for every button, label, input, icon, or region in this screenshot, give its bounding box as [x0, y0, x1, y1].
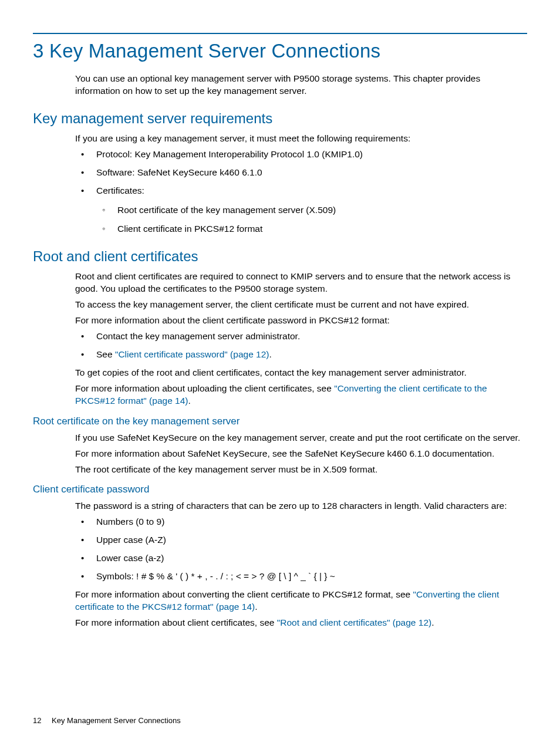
- paragraph-text: .: [188, 396, 190, 406]
- section-root-client-heading: Root and client certificates: [33, 248, 527, 265]
- link-client-cert-password[interactable]: "Client certificate password" (page 12): [115, 349, 269, 359]
- list-item-text: .: [269, 349, 271, 359]
- footer-title: Key Management Server Connections: [52, 716, 181, 725]
- list-item: Protocol: Key Management Interoperabilit…: [75, 148, 527, 161]
- link-root-client-certs[interactable]: "Root and client certificates" (page 12): [277, 617, 431, 627]
- paragraph: If you use SafeNet KeySecure on the key …: [75, 432, 525, 444]
- list-item: Upper case (A-Z): [75, 534, 527, 546]
- chapter-title: 3 Key Management Server Connections: [33, 40, 527, 62]
- section-requirements-heading: Key management server requirements: [33, 110, 527, 127]
- page-number: 12: [33, 716, 41, 725]
- list-item: Certificates: Root certificate of the ke…: [75, 185, 527, 236]
- paragraph: To get copies of the root and client cer…: [75, 367, 525, 379]
- list-item-text: See: [96, 349, 115, 359]
- paragraph: For more information about the client ce…: [75, 315, 525, 327]
- subsection-client-password-heading: Client certificate password: [33, 484, 527, 495]
- list-item: Root certificate of the key management s…: [96, 204, 527, 217]
- paragraph: Root and client certificates are require…: [75, 271, 525, 295]
- paragraph: To access the key management server, the…: [75, 299, 525, 311]
- paragraph-text: For more information about uploading the…: [75, 383, 334, 393]
- root-client-list: Contact the key management server admini…: [75, 330, 527, 361]
- paragraph-text: .: [255, 602, 257, 612]
- list-item-text: Certificates:: [96, 185, 144, 195]
- requirements-list: Protocol: Key Management Interoperabilit…: [75, 148, 527, 236]
- subsection-root-cert-heading: Root certificate on the key management s…: [33, 416, 527, 427]
- page-footer: 12 Key Management Server Connections: [33, 716, 181, 725]
- list-item: Contact the key management server admini…: [75, 330, 527, 343]
- paragraph: The root certificate of the key manageme…: [75, 464, 525, 476]
- password-chars-list: Numbers (0 to 9) Upper case (A-Z) Lower …: [75, 516, 527, 583]
- paragraph-text: .: [431, 617, 434, 627]
- paragraph: For more information about SafeNet KeySe…: [75, 448, 525, 460]
- list-item: Numbers (0 to 9): [75, 516, 527, 528]
- list-item: See "Client certificate password" (page …: [75, 349, 527, 361]
- list-item: Client certificate in PKCS#12 format: [96, 223, 527, 235]
- paragraph-text: For more information about client certif…: [75, 617, 277, 627]
- paragraph-text: For more information about converting th…: [75, 589, 413, 599]
- certificates-sublist: Root certificate of the key management s…: [96, 204, 527, 236]
- list-item: Symbols: ! # $ % & ' ( ) * + , - . / : ;…: [75, 571, 527, 583]
- requirements-intro: If you are using a key management server…: [75, 133, 525, 145]
- intro-paragraph: You can use an optional key management s…: [75, 73, 525, 97]
- paragraph: The password is a string of characters t…: [75, 500, 525, 512]
- paragraph: For more information about client certif…: [75, 617, 525, 629]
- list-item: Software: SafeNet KeySecure k460 6.1.0: [75, 167, 527, 179]
- list-item: Lower case (a-z): [75, 552, 527, 565]
- paragraph: For more information about uploading the…: [75, 383, 525, 407]
- top-rule: [33, 33, 527, 34]
- paragraph: For more information about converting th…: [75, 589, 525, 613]
